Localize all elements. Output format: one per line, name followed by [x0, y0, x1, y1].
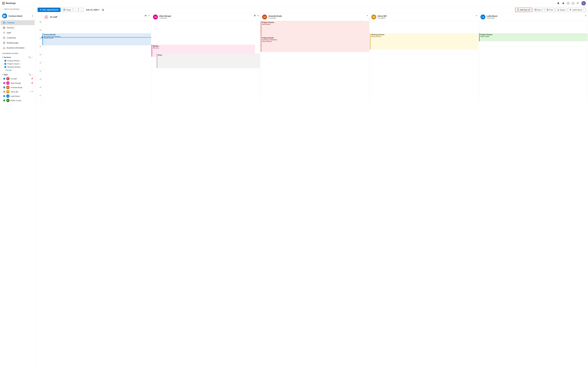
new-appointment-button[interactable]: New appointment: [38, 8, 61, 12]
nav-item-customers[interactable]: Customers: [0, 35, 35, 40]
flag-icon[interactable]: [577, 2, 579, 5]
pin-no-staff-button[interactable]: 📌: [144, 14, 147, 17]
allan-col-role: Consultant: [159, 17, 171, 19]
calendar-scroll[interactable]: 08 09 10 11 12 13 14 15 16 17: [35, 21, 588, 367]
henry-col-avatar: HB: [371, 15, 376, 19]
add-time-off-button[interactable]: Add time off: [515, 8, 532, 12]
nav-item-calendar[interactable]: Calendar: [0, 20, 35, 25]
staff-filter-no-staff[interactable]: No staff 📌: [1, 76, 34, 81]
data-col-henry[interactable]: Working Session Reyna Holman: [370, 21, 479, 102]
app-title: Bookings: [6, 2, 16, 4]
bell-icon[interactable]: [557, 2, 560, 5]
user-avatar[interactable]: U: [581, 1, 586, 5]
staff-filter-robin[interactable]: RC Robin Counts: [1, 98, 34, 103]
event-project-closure-lydia[interactable]: Project Closure Albert Dudley: [479, 33, 588, 41]
sidebar: ← Back to all calendars Contoso Bank ▾ C…: [0, 7, 35, 367]
chevron-down-staff-icon: ▾: [2, 74, 3, 75]
nav-item-business-info[interactable]: Business information: [0, 45, 35, 50]
event-sub2: Carey Richard: [262, 41, 368, 42]
close-allan-button[interactable]: ✕: [257, 14, 259, 17]
data-col-allan[interactable]: Workin... Kat Lars... Busy: [151, 21, 260, 102]
close-amanda-button[interactable]: ✕: [366, 14, 368, 17]
close-lydia-button[interactable]: ✕: [585, 14, 587, 17]
smiley-icon[interactable]: [572, 2, 574, 5]
org-logo: [2, 13, 7, 18]
event-privacy-review[interactable]: Privacy Review Microsoft Teams Meeting C…: [43, 33, 151, 45]
more-staff-icon[interactable]: ···: [31, 74, 33, 76]
event-sub1: Kat Lars...: [153, 47, 254, 49]
service-check-icon: [4, 60, 6, 62]
prev-button[interactable]: ←: [74, 8, 78, 12]
event-sub1: Microsoft Teams Meeting: [44, 36, 150, 37]
staff-filter-amanda[interactable]: AB Amanda Brady: [1, 85, 34, 90]
data-columns: Privacy Review Microsoft Teams Meeting C…: [42, 21, 588, 102]
print-button[interactable]: Print: [545, 8, 555, 12]
svg-rect-14: [3, 37, 5, 39]
customers-nav-icon: [3, 36, 5, 39]
staff-col-header-henry: ✕ HB Henry Bill Consultant: [370, 13, 479, 21]
allan-col-avatar: AM: [153, 15, 158, 19]
staff-filter-lydia[interactable]: LB Lydia Bauer: [1, 94, 34, 98]
top-bar: Bookings ? U: [0, 0, 588, 7]
today-button[interactable]: Today: [62, 8, 73, 12]
data-col-no-staff[interactable]: Privacy Review Microsoft Teams Meeting C…: [42, 21, 151, 102]
waffle-icon[interactable]: [2, 2, 5, 4]
allan-avatar: AM: [6, 81, 9, 85]
search-services-icon[interactable]: 🔍: [29, 56, 31, 58]
filter-working-session[interactable]: Working Session: [1, 65, 34, 68]
toolbar: New appointment Today ← → July 15, 2020 …: [35, 7, 588, 13]
svg-rect-20: [535, 9, 536, 11]
services-filter-header[interactable]: ▾ Services 🔍 ···: [1, 55, 34, 59]
staff-filter-allan[interactable]: AM Allan Munger 📌: [1, 81, 34, 85]
more-services-icon[interactable]: ···: [31, 56, 33, 58]
date-picker[interactable]: July 15, 2020 ▾: [85, 8, 100, 12]
lydia-col-avatar: LB: [480, 15, 485, 19]
staff-col-header-allan: 📌 ✕ AM Allan Munger Consultant: [151, 13, 260, 21]
no-staff-pin-icon[interactable]: 📌: [31, 78, 33, 80]
search-staff-icon[interactable]: 🔍: [29, 74, 31, 76]
event-working-session-henry[interactable]: Working Session Reyna Holman: [370, 33, 478, 50]
filter-project-closure[interactable]: Project Closure: [1, 62, 34, 65]
nav-item-services[interactable]: Services: [0, 25, 35, 30]
staff-filter-header[interactable]: ▾ Staff 🔍 ···: [1, 73, 34, 76]
day-view-button[interactable]: Day ▾: [533, 8, 544, 12]
svg-point-7: [4, 16, 4, 16]
nav-item-staff[interactable]: Staff: [0, 30, 35, 35]
henry-more-icon[interactable]: ···: [28, 91, 30, 93]
staff-header-row: 📌 ✕ No staff 📌 ✕: [35, 13, 588, 21]
action-items-button[interactable]: Action items ✓: [568, 8, 586, 12]
close-no-staff-button[interactable]: ✕: [148, 14, 150, 17]
nav-item-booking-page[interactable]: Booking page: [0, 40, 35, 45]
org-info[interactable]: Contoso Bank ▾: [0, 12, 35, 20]
filter-privacy-review[interactable]: Privacy Review: [1, 59, 34, 62]
henry-pin-outline-icon[interactable]: 📍: [31, 91, 33, 93]
lydia-col-role: Consultant: [487, 17, 498, 19]
allan-pin-icon[interactable]: 📌: [31, 82, 33, 84]
data-col-lydia[interactable]: Project Closure Albert Dudley: [479, 21, 588, 102]
event-busy-allan[interactable]: Busy: [157, 54, 260, 68]
amanda-col-role: Consultant: [268, 17, 282, 19]
current-time-dot: [42, 37, 43, 38]
data-col-amanda[interactable]: Project Closure Katri Ahokas Project Kic…: [260, 21, 370, 102]
svg-rect-18: [64, 9, 65, 11]
manage-services-link[interactable]: Manage: [1, 68, 34, 72]
gear-icon[interactable]: [562, 2, 565, 5]
back-link[interactable]: ← Back to all calendars: [2, 8, 33, 10]
help-icon[interactable]: ?: [567, 2, 570, 5]
weather-icon: 🌤: [102, 8, 104, 11]
back-arrow-icon: ←: [2, 8, 4, 10]
services-filter-group: ▾ Services 🔍 ··· Privacy Review Project: [0, 55, 35, 72]
amanda-col-name: Amanda Brady: [268, 15, 282, 17]
pin-allan-button[interactable]: 📌: [253, 14, 256, 17]
org-name: Contoso Bank: [9, 15, 22, 17]
staff-filter-henry[interactable]: HB Henry Bill ··· 📍: [1, 90, 34, 94]
export-button[interactable]: Export: [556, 8, 567, 12]
svg-text:?: ?: [568, 2, 569, 4]
henry-avatar: HB: [6, 90, 9, 93]
staff-check-icon: [3, 91, 5, 93]
close-henry-button[interactable]: ✕: [476, 14, 478, 17]
next-button[interactable]: →: [79, 8, 83, 12]
event-project-closure-amanda[interactable]: Project Closure Katri Ahokas: [261, 21, 369, 36]
event-project-kickoff[interactable]: Project Kickoff Conf Room Yelahanka Care…: [261, 36, 369, 52]
org-chevron-icon[interactable]: ▾: [32, 15, 33, 17]
